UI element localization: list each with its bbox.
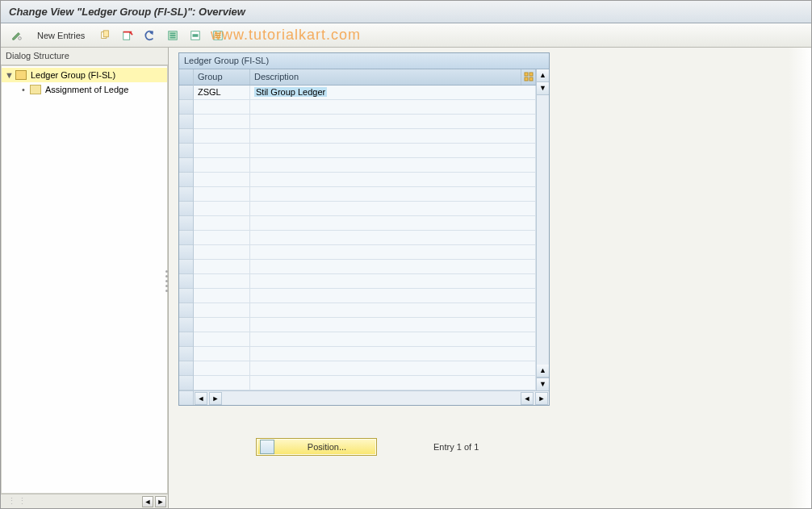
- row-selector[interactable]: [179, 100, 193, 115]
- row-selector[interactable]: [179, 86, 193, 100]
- row-selector[interactable]: [179, 303, 193, 318]
- cell-group[interactable]: [194, 115, 250, 128]
- tree-node-assignment[interactable]: • Assignment of Ledge: [2, 82, 167, 97]
- cell-description[interactable]: [250, 303, 536, 317]
- cell-description[interactable]: [250, 216, 536, 230]
- column-header-group[interactable]: Group: [194, 69, 250, 85]
- row-selector[interactable]: [179, 318, 193, 332]
- scroll-right-button[interactable]: ►: [155, 496, 166, 507]
- select-all-button[interactable]: [163, 27, 182, 44]
- row-selector[interactable]: [179, 202, 193, 216]
- row-selector[interactable]: [179, 158, 193, 173]
- cell-description[interactable]: [250, 347, 536, 361]
- select-all-rows-button[interactable]: [179, 69, 193, 86]
- cell-group[interactable]: [194, 332, 250, 346]
- cell-description[interactable]: [250, 260, 536, 273]
- table-row[interactable]: ZSGLStil Group Ledger: [194, 86, 536, 100]
- table-settings-button[interactable]: [521, 69, 536, 85]
- table-row[interactable]: [194, 361, 536, 376]
- row-selector[interactable]: [179, 173, 193, 187]
- cell-description[interactable]: [250, 144, 536, 157]
- scroll-down-button[interactable]: ▼: [537, 82, 549, 95]
- table-horizontal-scrollbar[interactable]: ◄ ► ◄ ►: [179, 390, 549, 405]
- row-selector[interactable]: [179, 361, 193, 376]
- row-selector[interactable]: [179, 216, 193, 231]
- cell-description[interactable]: [250, 231, 536, 244]
- cell-group[interactable]: [194, 129, 250, 143]
- cell-group[interactable]: [194, 158, 250, 172]
- cell-group[interactable]: [194, 303, 250, 317]
- table-row[interactable]: [194, 303, 536, 318]
- delete-button[interactable]: [118, 27, 137, 44]
- cell-group[interactable]: [194, 347, 250, 361]
- cell-group[interactable]: [194, 202, 250, 215]
- dialog-structure-tree[interactable]: ▼ Ledger Group (FI-SL) • Assignment of L…: [1, 65, 168, 494]
- hscroll-left-button-2[interactable]: ◄: [521, 392, 534, 405]
- row-selector[interactable]: [179, 115, 193, 129]
- row-selector[interactable]: [179, 144, 193, 158]
- table-row[interactable]: [194, 202, 536, 216]
- deselect-all-button[interactable]: [208, 27, 228, 44]
- table-vertical-scrollbar[interactable]: ▲ ▼ ▲ ▼: [536, 69, 549, 390]
- cell-group[interactable]: [194, 245, 250, 259]
- cell-description[interactable]: [250, 318, 536, 332]
- table-row[interactable]: [194, 100, 536, 115]
- column-header-description[interactable]: Description: [250, 69, 521, 85]
- cell-group[interactable]: [194, 144, 250, 157]
- cell-description[interactable]: Stil Group Ledger: [250, 86, 536, 99]
- cell-description[interactable]: [250, 129, 536, 143]
- scroll-down-button-2[interactable]: ▼: [537, 378, 549, 390]
- hscroll-left-button[interactable]: ◄: [195, 392, 207, 405]
- tree-collapse-icon[interactable]: ▼: [5, 70, 13, 80]
- cell-group[interactable]: [194, 376, 250, 390]
- row-selector[interactable]: [179, 187, 193, 202]
- cell-description[interactable]: [250, 158, 536, 172]
- table-row[interactable]: [194, 289, 536, 303]
- table-row[interactable]: [194, 216, 536, 231]
- undo-button[interactable]: [140, 27, 160, 44]
- cell-description[interactable]: [250, 245, 536, 259]
- cell-group[interactable]: [194, 318, 250, 332]
- scroll-left-button[interactable]: ◄: [142, 496, 153, 507]
- cell-description[interactable]: [250, 115, 536, 128]
- scroll-up-button-2[interactable]: ▲: [537, 365, 549, 378]
- row-selector[interactable]: [179, 332, 193, 347]
- table-row[interactable]: [194, 115, 536, 129]
- cell-description[interactable]: [250, 173, 536, 186]
- toggle-display-change-button[interactable]: [7, 27, 27, 44]
- cell-group[interactable]: [194, 216, 250, 230]
- table-row[interactable]: [194, 129, 536, 144]
- cell-description[interactable]: [250, 274, 536, 288]
- table-row[interactable]: [194, 231, 536, 245]
- row-selector[interactable]: [179, 129, 193, 144]
- cell-description[interactable]: [250, 376, 536, 390]
- cell-description[interactable]: [250, 202, 536, 215]
- table-row[interactable]: [194, 187, 536, 202]
- table-row[interactable]: [194, 376, 536, 390]
- hscroll-right-button[interactable]: ►: [209, 392, 222, 405]
- table-row[interactable]: [194, 332, 536, 347]
- table-row[interactable]: [194, 173, 536, 187]
- row-selector[interactable]: [179, 260, 193, 274]
- table-row[interactable]: [194, 347, 536, 361]
- table-row[interactable]: [194, 245, 536, 260]
- cell-description[interactable]: [250, 361, 536, 375]
- tree-node-ledger-group[interactable]: ▼ Ledger Group (FI-SL): [2, 68, 167, 82]
- cell-group[interactable]: [194, 173, 250, 186]
- new-entries-button[interactable]: New Entries: [30, 27, 92, 44]
- sidebar-horizontal-scrollbar[interactable]: ⋮⋮ ◄ ►: [1, 494, 168, 508]
- table-row[interactable]: [194, 274, 536, 289]
- cell-description[interactable]: [250, 100, 536, 114]
- cell-group[interactable]: [194, 289, 250, 302]
- row-selector[interactable]: [179, 376, 193, 390]
- row-selector[interactable]: [179, 347, 193, 361]
- cell-group[interactable]: [194, 100, 250, 114]
- cell-description[interactable]: [250, 289, 536, 302]
- row-selector[interactable]: [179, 274, 193, 289]
- row-selector[interactable]: [179, 231, 193, 245]
- hscroll-right-button-2[interactable]: ►: [535, 392, 548, 405]
- vertical-scroll-track[interactable]: [537, 95, 549, 365]
- copy-as-button[interactable]: [95, 27, 115, 44]
- cell-group[interactable]: [194, 274, 250, 288]
- row-selector[interactable]: [179, 245, 193, 260]
